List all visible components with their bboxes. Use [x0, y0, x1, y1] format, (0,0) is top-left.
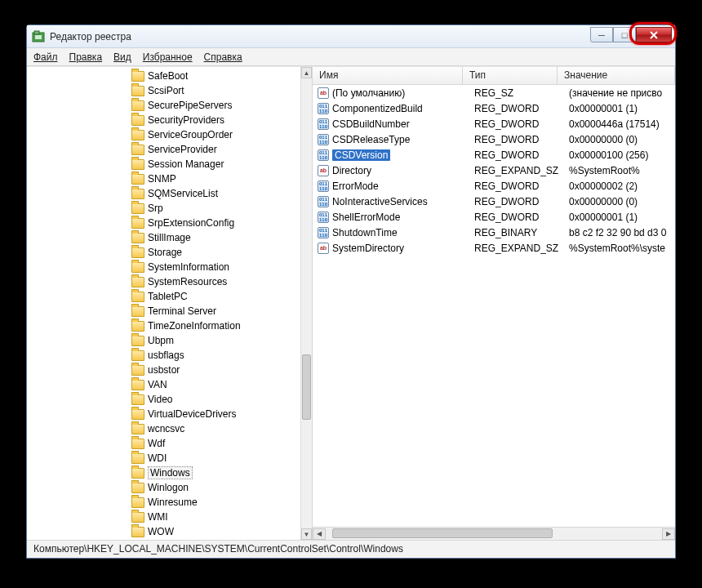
value-name: ComponentizedBuild: [332, 103, 423, 114]
tree-item[interactable]: SNMP: [27, 172, 300, 186]
tree-item-label: Ubpm: [148, 335, 174, 346]
tree-item-label: Storage: [148, 247, 182, 258]
tree-item[interactable]: SystemResources: [27, 274, 300, 289]
value-data: %SystemRoot%: [562, 165, 675, 176]
tree-item[interactable]: TimeZoneInformation: [27, 318, 300, 333]
menu-edit[interactable]: Правка: [69, 51, 103, 63]
tree-item[interactable]: Session Manager: [27, 157, 300, 172]
tree-item-label: Winlogon: [148, 482, 189, 493]
tree-item[interactable]: SecurityProviders: [27, 113, 300, 127]
menu-file[interactable]: Файл: [33, 51, 58, 63]
binary-value-icon: 011110: [318, 118, 329, 130]
tree-item[interactable]: ScsiPort: [27, 83, 300, 98]
svg-rect-1: [34, 31, 39, 34]
col-header-value[interactable]: Значение: [558, 67, 675, 84]
tree-item[interactable]: StillImage: [27, 230, 300, 245]
tree-item[interactable]: Wdf: [27, 436, 300, 451]
list-row[interactable]: 011110CSDVersionREG_DWORD0x00000100 (256…: [313, 147, 675, 163]
list-row[interactable]: 011110ComponentizedBuildREG_DWORD0x00000…: [313, 100, 675, 116]
tree-item-label: ServiceGroupOrder: [148, 129, 233, 140]
tree-item[interactable]: Srp: [27, 201, 300, 216]
hscroll-right-button[interactable]: ▶: [662, 528, 675, 540]
tree-item[interactable]: TabletPC: [27, 289, 300, 304]
tree-item[interactable]: Video: [27, 392, 300, 407]
list-row[interactable]: abSystemDirectoryREG_EXPAND_SZ%SystemRoo…: [313, 240, 675, 256]
statusbar: Компьютер\HKEY_LOCAL_MACHINE\SYSTEM\Curr…: [27, 540, 675, 558]
list-header: Имя Тип Значение: [313, 67, 675, 85]
folder-icon: [131, 262, 144, 273]
tree-item[interactable]: SrpExtensionConfig: [27, 216, 300, 230]
svg-rect-2: [35, 35, 42, 39]
menu-view[interactable]: Вид: [113, 51, 131, 63]
list-row[interactable]: abDirectoryREG_EXPAND_SZ%SystemRoot%: [313, 163, 675, 178]
maximize-button[interactable]: □: [613, 27, 636, 42]
tree-item[interactable]: ServiceProvider: [27, 142, 300, 157]
list-row[interactable]: 011110CSDReleaseTypeREG_DWORD0x00000000 …: [313, 131, 675, 147]
value-type: REG_DWORD: [468, 196, 562, 207]
list-row[interactable]: 011110ErrorModeREG_DWORD0x00000002 (2): [313, 178, 675, 194]
tree-item[interactable]: SystemInformation: [27, 260, 300, 274]
folder-icon: [131, 247, 144, 258]
tree-item[interactable]: wcncsvc: [27, 421, 300, 436]
list-view[interactable]: ab(По умолчанию)REG_SZ(значение не присв…: [313, 85, 675, 527]
list-pane: Имя Тип Значение ab(По умолчанию)REG_SZ(…: [313, 67, 675, 540]
binary-value-icon: 011110: [318, 227, 329, 238]
hscroll-left-button[interactable]: ◀: [313, 528, 326, 540]
hscroll-track[interactable]: [326, 528, 662, 540]
tree-item[interactable]: SecurePipeServers: [27, 98, 300, 113]
tree-item-label: SecurePipeServers: [148, 100, 232, 111]
value-data: 0x00000100 (256): [562, 149, 675, 161]
list-row[interactable]: ab(По умолчанию)REG_SZ(значение не присв…: [313, 85, 675, 100]
tree-pane: SafeBootScsiPortSecurePipeServersSecurit…: [27, 67, 313, 540]
tree-item[interactable]: WOW: [27, 524, 300, 539]
menu-help[interactable]: Справка: [204, 51, 242, 63]
tree-item[interactable]: VirtualDeviceDrivers: [27, 407, 300, 421]
folder-icon: [131, 115, 144, 126]
tree-item[interactable]: Winresume: [27, 495, 300, 510]
folder-icon: [131, 189, 144, 199]
titlebar[interactable]: Редактор реестра ─ □: [27, 25, 675, 48]
menu-favorites[interactable]: Избранное: [143, 51, 193, 63]
scroll-down-button[interactable]: ▼: [301, 528, 312, 540]
tree-item[interactable]: VAN: [27, 377, 300, 392]
tree-item[interactable]: Storage: [27, 245, 300, 260]
tree-item-label: VirtualDeviceDrivers: [148, 408, 236, 420]
tree-item[interactable]: usbstor: [27, 363, 300, 377]
tree-item[interactable]: WDI: [27, 451, 300, 466]
tree-item[interactable]: Winlogon: [27, 480, 300, 495]
value-data: %SystemRoot%\syste: [562, 243, 675, 254]
tree-view[interactable]: SafeBootScsiPortSecurePipeServersSecurit…: [27, 67, 300, 540]
tree-item[interactable]: usbflags: [27, 348, 300, 363]
list-row[interactable]: 011110ShutdownTimeREG_BINARYb8 c2 f2 32 …: [313, 225, 675, 240]
list-h-scrollbar[interactable]: ◀ ▶: [313, 527, 675, 540]
value-data: 0x00000001 (1): [562, 212, 675, 223]
tree-item[interactable]: Terminal Server: [27, 304, 300, 318]
tree-item[interactable]: SQMServiceList: [27, 186, 300, 201]
list-row[interactable]: 011110NoInteractiveServicesREG_DWORD0x00…: [313, 194, 675, 209]
col-header-type[interactable]: Тип: [463, 67, 558, 84]
minimize-button[interactable]: ─: [590, 27, 613, 42]
tree-item[interactable]: Ubpm: [27, 333, 300, 348]
folder-icon: [131, 453, 144, 464]
tree-item[interactable]: Windows: [27, 466, 300, 480]
close-button[interactable]: [636, 27, 672, 42]
tree-item-label: SecurityProviders: [148, 114, 224, 126]
folder-icon: [131, 409, 144, 420]
tree-item[interactable]: SafeBoot: [27, 69, 300, 83]
value-name: CSDReleaseType: [332, 134, 410, 145]
tree-item-label: ServiceProvider: [148, 144, 217, 155]
scroll-up-button[interactable]: ▲: [301, 67, 312, 78]
value-type: REG_DWORD: [468, 103, 562, 114]
col-header-name[interactable]: Имя: [313, 67, 463, 84]
tree-item-label: WOW: [148, 526, 174, 537]
tree-item-label: SystemInformation: [148, 261, 229, 273]
hscroll-thumb[interactable]: [332, 528, 553, 538]
tree-item[interactable]: ServiceGroupOrder: [27, 127, 300, 142]
tree-item[interactable]: WMI: [27, 510, 300, 524]
list-row[interactable]: 011110CSDBuildNumberREG_DWORD0x0000446a …: [313, 116, 675, 131]
tree-scrollbar[interactable]: ▲ ▼: [300, 67, 312, 540]
folder-icon: [131, 306, 144, 317]
list-row[interactable]: 011110ShellErrorModeREG_DWORD0x00000001 …: [313, 209, 675, 225]
tree-item-label: SQMServiceList: [148, 188, 218, 199]
scroll-thumb[interactable]: [302, 354, 311, 420]
